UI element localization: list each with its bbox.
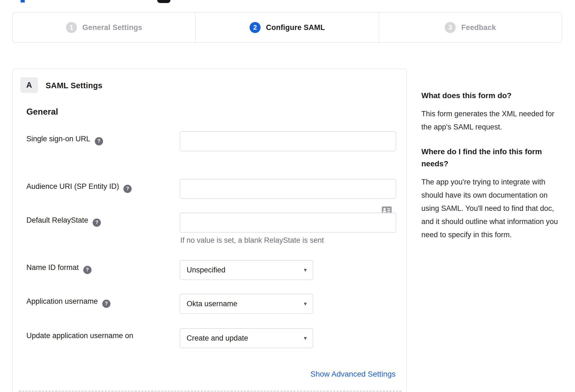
help-sidebar: What does this form do? This form genera… (421, 90, 560, 241)
sso-url-input[interactable] (180, 131, 396, 151)
step-3-number-badge: 3 (445, 22, 456, 33)
step-1-number-badge: 1 (66, 22, 77, 33)
update-username-label-text: Update application username on (26, 332, 133, 340)
top-dark-logo-fragment (157, 0, 170, 3)
help-body-what: This form generates the XML needed for t… (421, 107, 560, 134)
audience-uri-input[interactable] (180, 179, 396, 199)
update-username-select[interactable]: Create and update ▾ (180, 328, 313, 348)
relay-state-label-text: Default RelayState (26, 216, 88, 224)
chevron-down-icon: ▾ (304, 335, 307, 341)
update-username-value: Create and update (187, 334, 248, 343)
chevron-down-icon: ▾ (304, 267, 307, 273)
help-heading-what: What does this form do? (421, 90, 560, 102)
help-section-where: Where do I find the info this form needs… (421, 146, 560, 241)
name-id-format-help-icon[interactable]: ? (83, 266, 92, 274)
step-2-label: Configure SAML (266, 23, 325, 32)
app-username-help-icon[interactable]: ? (102, 300, 110, 308)
sso-url-label-text: Single sign-on URL (26, 135, 90, 143)
relay-state-label: Default RelayState? (26, 216, 101, 227)
relay-state-input[interactable] (180, 213, 396, 233)
update-username-label: Update application username on (26, 332, 133, 340)
app-username-value: Okta username (187, 300, 237, 308)
audience-uri-label-text: Audience URI (SP Entity ID) (26, 182, 119, 191)
name-id-format-value: Unspecified (187, 266, 225, 274)
step-feedback: 3 Feedback (379, 13, 562, 42)
step-1-label: General Settings (82, 23, 142, 32)
chevron-down-icon: ▾ (304, 300, 307, 307)
show-advanced-settings-link[interactable]: Show Advanced Settings (310, 370, 396, 379)
step-configure-saml: 2 Configure SAML (195, 13, 378, 42)
step-2-number-badge: 2 (250, 22, 261, 33)
name-id-format-label: Name ID format? (26, 263, 92, 274)
audience-uri-help-icon[interactable]: ? (123, 185, 132, 193)
section-title: SAML Settings (46, 81, 103, 90)
name-id-format-select[interactable]: Unspecified ▾ (180, 260, 313, 280)
top-left-blue-fragment (21, 0, 25, 2)
help-body-where: The app you're trying to integrate with … (421, 175, 560, 241)
saml-settings-panel: A SAML Settings General Single sign-on U… (12, 69, 407, 392)
app-username-label: Application username? (26, 297, 110, 308)
audience-uri-label: Audience URI (SP Entity ID)? (26, 182, 132, 193)
app-username-label-text: Application username (26, 297, 98, 305)
name-id-format-label-text: Name ID format (26, 263, 79, 272)
wizard-stepper: 1 General Settings 2 Configure SAML 3 Fe… (12, 12, 562, 43)
sso-url-label: Single sign-on URL? (26, 135, 103, 145)
relay-state-hint: If no value is set, a blank RelayState i… (180, 236, 324, 245)
help-section-what: What does this form do? This form genera… (421, 90, 560, 134)
step-3-label: Feedback (461, 23, 496, 32)
sso-url-help-icon[interactable]: ? (95, 137, 103, 145)
step-general-settings: 1 General Settings (13, 13, 195, 42)
section-dashed-divider (19, 391, 402, 392)
relay-state-help-icon[interactable]: ? (93, 219, 101, 227)
general-group-heading: General (26, 107, 58, 117)
section-a-badge: A (20, 77, 38, 93)
help-heading-where: Where do I find the info this form needs… (421, 146, 560, 170)
app-username-select[interactable]: Okta username ▾ (180, 294, 313, 314)
